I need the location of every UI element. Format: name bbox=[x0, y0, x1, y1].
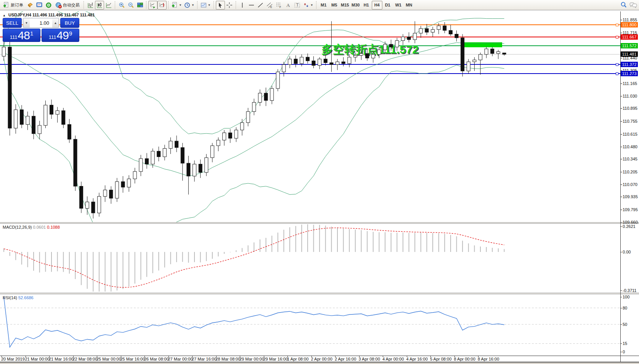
price-tick bbox=[620, 222, 622, 223]
tile-windows-button[interactable] bbox=[135, 1, 144, 10]
fibonacci-icon: F bbox=[276, 2, 282, 8]
cursor-button[interactable] bbox=[216, 1, 225, 10]
level-price-label-111.372[interactable]: 111.372 bbox=[621, 62, 638, 67]
vertical-line-button[interactable] bbox=[238, 1, 247, 10]
price-tick-label: 109.935 bbox=[623, 194, 638, 199]
rsi-title: RSI(14) bbox=[3, 295, 17, 300]
rsi-tick bbox=[620, 352, 622, 352]
level-anchor[interactable] bbox=[616, 24, 618, 26]
arrows-button[interactable]: ▼ bbox=[302, 1, 315, 10]
text-button[interactable]: A bbox=[284, 1, 293, 10]
level-price-label-111.667[interactable]: 111.667 bbox=[621, 34, 638, 40]
auto-scroll-button[interactable] bbox=[148, 1, 157, 10]
crosshair-button[interactable] bbox=[225, 1, 234, 10]
level-price-label-111.800[interactable]: 111.800 bbox=[621, 22, 638, 27]
price-tick-label: 110.755 bbox=[623, 119, 637, 123]
bar-chart-button[interactable] bbox=[86, 1, 95, 10]
timeframe-button-m30[interactable]: M30 bbox=[350, 1, 361, 10]
auto-trading-button[interactable]: 自动交易 bbox=[53, 1, 82, 10]
chat-icon bbox=[629, 2, 637, 8]
rsi-axis-label: 50 bbox=[623, 322, 627, 327]
trendline-button[interactable] bbox=[256, 1, 265, 10]
chart-shift-button[interactable] bbox=[157, 1, 167, 10]
level-anchor[interactable] bbox=[616, 36, 618, 38]
buy-price-button[interactable]: 111 49 9 bbox=[42, 29, 79, 42]
dropdown-caret-icon: ▼ bbox=[179, 3, 182, 7]
new-order-button[interactable]: 新订单 bbox=[1, 1, 26, 10]
bid-price-label[interactable]: 111.481 bbox=[621, 51, 638, 57]
zoom-in-button[interactable] bbox=[117, 1, 126, 10]
chat-button[interactable] bbox=[628, 1, 638, 10]
time-label: 25 Mar 00:00 bbox=[96, 357, 121, 361]
timeframe-button-h1[interactable]: H1 bbox=[361, 1, 372, 10]
timeframe-button-h4[interactable]: H4 bbox=[372, 1, 382, 10]
price-tick bbox=[620, 108, 622, 109]
clock-icon bbox=[184, 2, 191, 8]
timeframe-button-w1[interactable]: W1 bbox=[393, 1, 404, 10]
timeframe-button-m5[interactable]: M5 bbox=[329, 1, 340, 10]
highlight-rectangle[interactable] bbox=[464, 42, 502, 47]
equidistant-channel-button[interactable]: E bbox=[265, 1, 275, 10]
level-price-label-111.273[interactable]: 111.273 bbox=[621, 71, 638, 76]
templates-button[interactable]: ▼ bbox=[199, 1, 212, 10]
timeframe-button-mn[interactable]: MN bbox=[404, 1, 414, 10]
timeframe-button-d1[interactable]: D1 bbox=[382, 1, 393, 10]
macd-tick bbox=[620, 226, 622, 227]
level-line-111.372[interactable] bbox=[0, 64, 620, 65]
periods-button[interactable]: ▼ bbox=[183, 1, 196, 10]
volume-value[interactable]: 1.00 bbox=[30, 18, 52, 27]
price-tick bbox=[620, 159, 622, 159]
time-label: 8 Apr 00:00 bbox=[454, 357, 475, 361]
time-label: 2 Apr 00:00 bbox=[311, 357, 332, 361]
styler-button[interactable] bbox=[26, 1, 35, 10]
candlestick-chart-button[interactable] bbox=[95, 1, 104, 10]
level-anchor[interactable] bbox=[616, 63, 618, 66]
volume-increase-button[interactable]: ▲ bbox=[52, 18, 59, 27]
templates-icon bbox=[201, 2, 207, 8]
chart-annotation-text[interactable]: 多空转折点111.572 bbox=[321, 42, 419, 58]
buy-button[interactable]: BUY bbox=[60, 18, 79, 28]
price-tick-label: 111.855 bbox=[623, 18, 637, 22]
horizontal-line-icon bbox=[248, 2, 255, 8]
sell-button[interactable]: SELL bbox=[3, 18, 22, 28]
macd-axis-label: 0.2621 bbox=[623, 224, 636, 229]
svg-text:F: F bbox=[279, 6, 281, 8]
time-label: 28 Mar 08:00 bbox=[216, 357, 241, 361]
line-chart-button[interactable] bbox=[104, 1, 113, 10]
level-line-111.667[interactable] bbox=[0, 37, 620, 37]
level-line-111.572[interactable] bbox=[0, 45, 620, 46]
horizontal-line-button[interactable] bbox=[247, 1, 256, 10]
line-chart-icon bbox=[106, 2, 112, 8]
volume-decrease-button[interactable]: ▼ bbox=[23, 18, 30, 27]
search-button[interactable] bbox=[619, 1, 628, 10]
add-indicator-button[interactable]: ▼ bbox=[170, 1, 183, 10]
price-tick bbox=[620, 184, 622, 185]
toolbar-separator bbox=[236, 1, 236, 9]
panel-separator[interactable] bbox=[0, 222, 639, 224]
level-price-label-111.572[interactable]: 111.572 bbox=[621, 43, 638, 48]
new-chart-button[interactable] bbox=[35, 1, 44, 10]
level-anchor[interactable] bbox=[616, 72, 618, 75]
zoom-out-button[interactable] bbox=[126, 1, 135, 10]
time-label: 26 Mar 08:00 bbox=[144, 357, 169, 361]
timeframe-button-m1[interactable]: M1 bbox=[318, 1, 329, 10]
bid-price-big: 48 bbox=[18, 30, 30, 41]
text-label-icon: T bbox=[294, 2, 300, 8]
level-line-111.273[interactable] bbox=[0, 73, 620, 74]
sell-price-button[interactable]: 111 48 1 bbox=[3, 29, 40, 42]
chart-area[interactable]: 多空转折点111.572 ▲ USDJPY,H4 111.496 111.496… bbox=[0, 11, 639, 364]
level-line-111.800[interactable] bbox=[0, 24, 620, 25]
text-label-button[interactable]: T bbox=[293, 1, 302, 10]
time-label: 5 Apr 08:00 bbox=[430, 357, 451, 361]
fibonacci-button[interactable]: F bbox=[275, 1, 284, 10]
toolbar-separator bbox=[168, 1, 169, 9]
time-label: 21 Mar 00:00 bbox=[25, 357, 50, 361]
signals-button[interactable] bbox=[44, 1, 53, 10]
timeframe-button-m15[interactable]: M15 bbox=[340, 1, 350, 10]
macd-tick bbox=[620, 290, 622, 291]
time-label: 8 Apr 16:00 bbox=[478, 357, 499, 361]
toolbar-separator bbox=[115, 1, 116, 9]
ask-price-prefix: 111 bbox=[49, 34, 56, 40]
panel-separator[interactable] bbox=[0, 293, 639, 294]
trendline-icon bbox=[257, 2, 264, 8]
